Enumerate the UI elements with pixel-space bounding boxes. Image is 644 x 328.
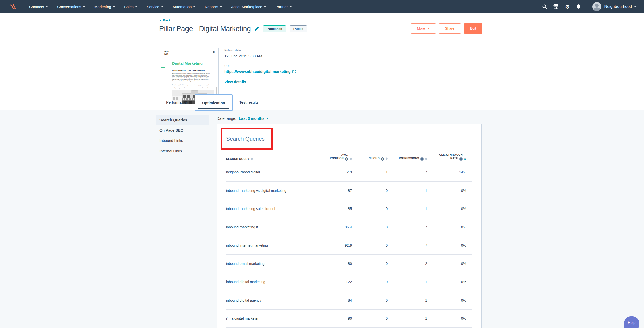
settings-gear-icon[interactable]: ⚙ <box>562 4 573 9</box>
cell-clicks: 0 <box>352 243 388 247</box>
column-header-clicks[interactable]: CLICKSi <box>352 156 388 161</box>
cell-ctr: 0% <box>427 280 466 284</box>
table-row: inbound internet marketing 92.9 0 7 0% <box>226 236 472 255</box>
edit-button[interactable]: Edit <box>464 23 482 34</box>
cell-avg-position: 87 <box>316 189 352 193</box>
chevron-left-icon: ‹ <box>160 19 161 22</box>
preview-accent-bar <box>161 67 165 68</box>
edit-title-pencil-icon[interactable] <box>254 26 259 31</box>
hubspot-sprocket-logo-icon[interactable] <box>10 3 17 10</box>
chevron-down-icon <box>264 6 266 7</box>
visibility-badge: Public <box>290 25 307 32</box>
nav-item-conversations[interactable]: Conversations <box>57 5 85 9</box>
caret-down-icon <box>266 118 269 119</box>
table-row: inbound email marketing 80 0 2 0% <box>226 255 472 273</box>
sidebar-item-search-queries[interactable]: Search Queries <box>156 115 209 125</box>
cell-impressions: 1 <box>388 316 427 320</box>
cell-ctr: 14% <box>427 170 466 174</box>
view-details-link[interactable]: View details <box>224 80 296 84</box>
table-row: inbound marketing vs digital marketing 8… <box>226 182 472 200</box>
sidebar-item-inbound-links[interactable]: Inbound Links <box>156 135 209 146</box>
cell-avg-position: 84 <box>316 298 352 302</box>
table-row: i'm a digital marketer 90 0 1 0% <box>226 310 472 328</box>
caret-down-icon <box>427 28 430 29</box>
search-queries-card: Search Queries SEARCH QUERY AVG. POSITIO… <box>217 124 482 328</box>
cell-impressions: 2 <box>388 262 427 266</box>
cell-impressions: 7 <box>388 243 427 247</box>
help-button[interactable]: Help <box>624 316 639 328</box>
cell-query: inbound marketing vs digital marketing <box>226 189 316 193</box>
nav-item-automation[interactable]: Automation <box>173 5 196 9</box>
cell-query: inbound marketing it <box>226 225 316 229</box>
cell-impressions: 1 <box>388 298 427 302</box>
tab-test-results[interactable]: Test results <box>233 94 265 110</box>
nav-item-service[interactable]: Service <box>147 5 163 9</box>
table-row: inbound marketing it 96.4 0 7 0% <box>226 218 472 236</box>
publish-date-value: 12 June 2019 5:39 AM <box>224 54 296 58</box>
section-title: Search Queries <box>226 124 472 142</box>
chevron-down-icon <box>193 6 195 7</box>
info-icon[interactable]: i <box>345 157 348 161</box>
cell-query: neighbourhood digital <box>226 170 316 174</box>
account-avatar[interactable] <box>592 2 601 11</box>
date-range-dropdown[interactable]: Last 3 months <box>239 116 269 121</box>
nav-item-asset-marketplace[interactable]: Asset Marketplace <box>231 5 266 9</box>
preview-site-logo: NEIGH BOUR HOOD <box>163 51 169 56</box>
column-header-clickthrough-rate[interactable]: CLICKTHROUGH RATEi <box>427 153 466 161</box>
cell-avg-position: 122 <box>316 280 352 284</box>
page-url-link[interactable]: https://www.nbh.co/digital-marketing <box>224 69 296 74</box>
cell-clicks: 0 <box>352 189 388 193</box>
nav-item-contacts[interactable]: Contacts <box>29 5 48 9</box>
cell-ctr: 0% <box>427 262 466 266</box>
search-icon[interactable] <box>539 4 550 9</box>
cell-query: inbound marketing sales funnel <box>226 207 316 211</box>
cell-impressions: 1 <box>388 280 427 284</box>
nav-item-reports[interactable]: Reports <box>205 5 222 9</box>
cell-query: inbound internet marketing <box>226 243 316 247</box>
publish-date-label: Publish date <box>224 49 296 52</box>
sort-arrows-icon <box>464 157 466 160</box>
table-row: inbound digital marketing 122 0 1 0% <box>226 273 472 291</box>
cell-avg-position: 90 <box>316 316 352 320</box>
nav-item-marketing[interactable]: Marketing <box>94 5 115 9</box>
tab-optimization[interactable]: Optimization <box>195 94 233 111</box>
cell-avg-position: 85 <box>316 207 352 211</box>
info-icon[interactable]: i <box>459 157 463 161</box>
url-label: URL <box>224 64 296 68</box>
cell-clicks: 1 <box>352 170 388 174</box>
sort-arrows-icon <box>350 157 352 160</box>
chevron-down-icon[interactable] <box>634 6 636 7</box>
date-range-label: Date range: <box>217 116 236 121</box>
more-button[interactable]: More <box>411 23 436 34</box>
column-header-avg-position[interactable]: AVG. POSITIONi <box>316 153 352 161</box>
table-row: neighbourhood digital 2.9 1 7 14% <box>226 163 472 182</box>
tab-performance[interactable]: Performance <box>159 94 195 110</box>
sidebar-item-internal-links[interactable]: Internal Links <box>156 146 209 156</box>
preview-paragraph: Before diving into the world of digital … <box>172 73 210 82</box>
nav-item-sales[interactable]: Sales <box>124 5 138 9</box>
table-header-row: SEARCH QUERY AVG. POSITIONi CLICKSi IMPR… <box>226 153 472 163</box>
share-button[interactable]: Share <box>439 23 461 34</box>
info-icon[interactable]: i <box>381 157 384 161</box>
cell-avg-position: 80 <box>316 262 352 266</box>
info-icon[interactable]: i <box>420 157 424 161</box>
account-menu[interactable]: Neighbourhood <box>604 4 632 9</box>
cell-clicks: 0 <box>352 225 388 229</box>
page-title: Pillar Page - Digital Marketing <box>159 25 251 33</box>
notifications-bell-icon[interactable] <box>573 4 584 9</box>
cell-query: inbound email marketing <box>226 262 316 266</box>
cell-clicks: 0 <box>352 262 388 266</box>
nav-item-partner[interactable]: Partner <box>275 5 291 9</box>
cell-clicks: 0 <box>352 207 388 211</box>
column-header-impressions[interactable]: IMPRESSIONSi <box>388 156 427 161</box>
marketplace-icon[interactable] <box>550 4 562 9</box>
sort-arrows-icon <box>386 157 388 160</box>
page-header: ‹ Back Pillar Page - Digital Marketing P… <box>0 13 644 110</box>
sidebar-item-on-page-seo[interactable]: On Page SEO <box>156 125 209 135</box>
external-link-icon <box>292 70 296 73</box>
column-header-search-query[interactable]: SEARCH QUERY <box>226 157 316 161</box>
chevron-down-icon <box>135 6 137 7</box>
preview-heading: Digital Marketing <box>172 61 203 65</box>
back-link[interactable]: ‹ Back <box>160 18 171 22</box>
cell-clicks: 0 <box>352 316 388 320</box>
